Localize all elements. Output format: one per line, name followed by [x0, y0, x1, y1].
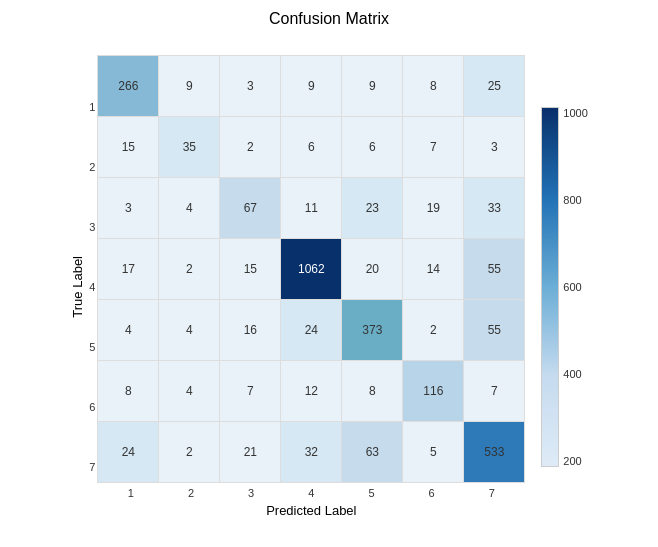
matrix-cell: 24 [281, 300, 341, 360]
matrix-cell: 2 [403, 300, 463, 360]
y-ticks: 1234567 [89, 77, 95, 497]
matrix-cell: 9 [159, 56, 219, 116]
matrix-cell: 8 [342, 361, 402, 421]
x-tick: 6 [402, 487, 462, 499]
matrix-cell: 4 [159, 300, 219, 360]
y-tick: 7 [89, 437, 95, 497]
colorbar-tick: 400 [563, 368, 587, 380]
colorbar-tick: 800 [563, 194, 587, 206]
matrix-cell: 15 [220, 239, 280, 299]
matrix-cell: 16 [220, 300, 280, 360]
y-tick: 5 [89, 317, 95, 377]
x-label: Predicted Label [266, 503, 356, 518]
matrix-cell: 55 [464, 239, 524, 299]
matrix-cell: 3 [98, 178, 158, 238]
matrix-section: 2669399825153526673346711231933172151062… [97, 55, 525, 518]
x-tick: 2 [161, 487, 221, 499]
matrix-cell: 67 [220, 178, 280, 238]
x-tick: 7 [462, 487, 522, 499]
chart-body: True Label 1234567 266939982515352667334… [70, 36, 588, 537]
x-tick: 3 [221, 487, 281, 499]
y-tick: 6 [89, 377, 95, 437]
matrix-cell: 7 [220, 361, 280, 421]
matrix-cell: 9 [342, 56, 402, 116]
matrix-cell: 7 [403, 117, 463, 177]
y-tick: 2 [89, 137, 95, 197]
matrix-cell: 3 [464, 117, 524, 177]
chart-container: Confusion Matrix True Label 1234567 2669… [0, 0, 658, 547]
matrix-cell: 4 [159, 361, 219, 421]
matrix-cell: 21 [220, 422, 280, 482]
matrix-cell: 533 [464, 422, 524, 482]
matrix-cell: 4 [159, 178, 219, 238]
colorbar-section: 1000800600400200 [541, 107, 587, 467]
matrix-cell: 19 [403, 178, 463, 238]
matrix-cell: 17 [98, 239, 158, 299]
matrix-cell: 35 [159, 117, 219, 177]
matrix-cell: 7 [464, 361, 524, 421]
colorbar-tick: 200 [563, 455, 587, 467]
matrix-cell: 4 [98, 300, 158, 360]
y-tick: 1 [89, 77, 95, 137]
matrix-cell: 2 [159, 239, 219, 299]
x-tick: 4 [281, 487, 341, 499]
colorbar [541, 107, 559, 467]
matrix-cell: 15 [98, 117, 158, 177]
matrix-grid: 2669399825153526673346711231933172151062… [97, 55, 525, 483]
y-tick: 4 [89, 257, 95, 317]
x-tick: 1 [101, 487, 161, 499]
matrix-cell: 6 [281, 117, 341, 177]
matrix-cell: 63 [342, 422, 402, 482]
matrix-cell: 14 [403, 239, 463, 299]
matrix-cell: 8 [98, 361, 158, 421]
matrix-cell: 25 [464, 56, 524, 116]
colorbar-ticks: 1000800600400200 [563, 107, 587, 467]
matrix-cell: 11 [281, 178, 341, 238]
matrix-cell: 6 [342, 117, 402, 177]
matrix-cell: 5 [403, 422, 463, 482]
x-ticks: 1234567 [101, 487, 522, 499]
colorbar-tick: 1000 [563, 107, 587, 119]
matrix-cell: 33 [464, 178, 524, 238]
chart-title: Confusion Matrix [269, 10, 389, 28]
matrix-cell: 1062 [281, 239, 341, 299]
matrix-cell: 20 [342, 239, 402, 299]
matrix-cell: 8 [403, 56, 463, 116]
colorbar-tick: 600 [563, 281, 587, 293]
matrix-cell: 32 [281, 422, 341, 482]
matrix-cell: 116 [403, 361, 463, 421]
matrix-cell: 266 [98, 56, 158, 116]
matrix-cell: 2 [220, 117, 280, 177]
matrix-cell: 24 [98, 422, 158, 482]
x-tick: 5 [341, 487, 401, 499]
matrix-cell: 3 [220, 56, 280, 116]
y-label: True Label [70, 256, 85, 318]
matrix-cell: 9 [281, 56, 341, 116]
matrix-cell: 2 [159, 422, 219, 482]
matrix-cell: 373 [342, 300, 402, 360]
matrix-cell: 23 [342, 178, 402, 238]
matrix-cell: 55 [464, 300, 524, 360]
matrix-cell: 12 [281, 361, 341, 421]
y-tick: 3 [89, 197, 95, 257]
